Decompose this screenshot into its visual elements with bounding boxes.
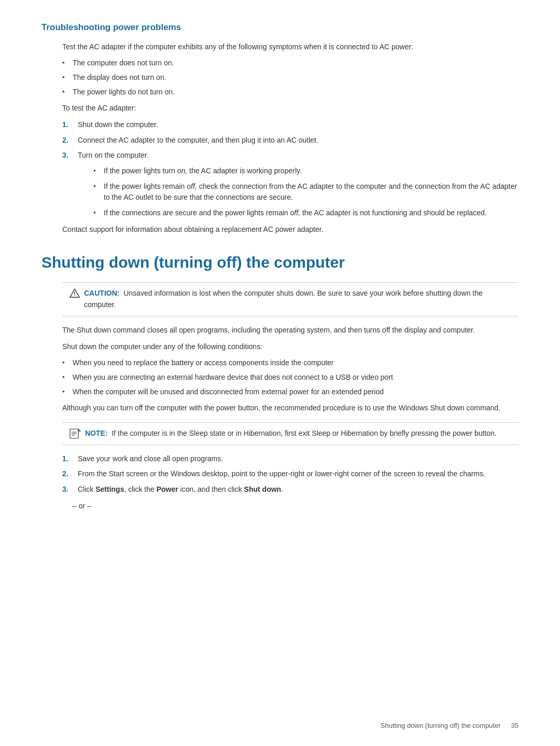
note-content: NOTE: If the computer is in the Sleep st… — [85, 428, 497, 439]
caution-box: ! CAUTION: Unsaved information is lost w… — [62, 282, 519, 316]
note-text: If the computer is in the Sleep state or… — [109, 429, 496, 437]
section1-title: Troubleshooting power problems — [41, 21, 519, 34]
steps-list-1: 1. Shut down the computer. 2. Connect th… — [62, 119, 519, 219]
list-item: 2. Connect the AC adapter to the compute… — [62, 135, 519, 146]
caution-label: CAUTION: — [84, 289, 119, 297]
steps-list-2: 1. Save your work and close all open pro… — [62, 453, 519, 495]
note-box: NOTE: If the computer is in the Sleep st… — [62, 422, 519, 445]
list-item: When you are connecting an external hard… — [62, 372, 519, 383]
step-text: Click Settings, click the Power icon, an… — [78, 485, 283, 493]
caution-text: Unsaved information is lost when the com… — [84, 289, 483, 309]
step-number: 3. — [62, 484, 68, 495]
step-number: 3. — [62, 150, 68, 161]
list-item: If the power lights remain off, check th… — [93, 181, 519, 203]
list-item: If the connections are secure and the po… — [93, 208, 519, 219]
section-shutdown: Shutting down (turning off) the computer… — [41, 251, 519, 511]
section1-intro: Test the AC adapter if the computer exhi… — [41, 42, 519, 53]
step-number: 1. — [62, 119, 68, 131]
step-number: 2. — [62, 468, 68, 480]
sub-text: If the connections are secure and the po… — [104, 209, 487, 217]
sub-text: If the power lights turn on, the AC adap… — [104, 167, 302, 175]
note-page-icon — [69, 429, 81, 439]
list-item: 3. Click Settings, click the Power icon,… — [62, 484, 519, 495]
list-item: The display does not turn on. — [62, 72, 519, 84]
list-item: When you need to replace the battery or … — [62, 357, 519, 369]
sub-bullets: If the power lights turn on, the AC adap… — [93, 165, 519, 219]
step-text: Connect the AC adapter to the computer, … — [78, 136, 318, 144]
caution-triangle-icon: ! — [69, 288, 80, 298]
test-intro: To test the AC adapter: — [41, 103, 519, 114]
section2-title: Shutting down (turning off) the computer — [41, 251, 519, 274]
step-number: 1. — [62, 453, 68, 465]
list-item: The computer does not turn on. — [62, 58, 519, 69]
section2-para2: Shut down the computer under any of the … — [41, 341, 519, 353]
sub-text: If the power lights remain off, check th… — [104, 182, 517, 202]
symptoms-list: The computer does not turn on. The displ… — [62, 58, 519, 98]
list-item: If the power lights turn on, the AC adap… — [93, 165, 519, 177]
list-item: When the computer will be unused and dis… — [62, 386, 519, 398]
step-number: 2. — [62, 135, 68, 146]
section2-para3: Although you can turn off the computer w… — [41, 403, 519, 414]
caution-content: CAUTION: Unsaved information is lost whe… — [84, 288, 511, 310]
note-label: NOTE: — [85, 429, 108, 437]
page-footer: Shutting down (turning off) the computer… — [0, 721, 560, 731]
step-text: Turn on the computer. — [78, 151, 148, 159]
or-text: – or – — [41, 501, 519, 512]
list-item: The power lights do not turn on. — [62, 87, 519, 98]
list-item: 3. Turn on the computer. If the power li… — [62, 150, 519, 218]
step-text: Save your work and close all open progra… — [78, 454, 223, 463]
conditions-list: When you need to replace the battery or … — [62, 357, 519, 397]
footer-section-label: Shutting down (turning off) the computer — [381, 721, 501, 731]
list-item: 1. Save your work and close all open pro… — [62, 453, 519, 465]
section1-footer: Contact support for information about ob… — [41, 224, 519, 236]
list-item: 1. Shut down the computer. — [62, 119, 519, 131]
section-troubleshooting: Troubleshooting power problems Test the … — [41, 21, 519, 235]
svg-text:!: ! — [74, 291, 75, 297]
step-text: Shut down the computer. — [78, 120, 158, 129]
section2-para1: The Shut down command closes all open pr… — [41, 325, 519, 336]
step-text: From the Start screen or the Windows des… — [78, 469, 485, 478]
page-number: 35 — [511, 721, 519, 731]
list-item: 2. From the Start screen or the Windows … — [62, 468, 519, 480]
